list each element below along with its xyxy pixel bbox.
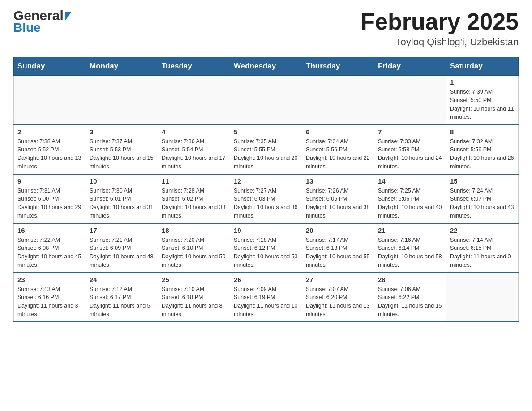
calendar-cell: 10Sunrise: 7:30 AM Sunset: 6:01 PM Dayli… xyxy=(86,174,158,223)
day-header-sunday: Sunday xyxy=(14,57,86,76)
day-number: 19 xyxy=(234,227,298,234)
calendar-cell: 5Sunrise: 7:35 AM Sunset: 5:55 PM Daylig… xyxy=(230,125,302,174)
calendar-cell: 28Sunrise: 7:06 AM Sunset: 6:22 PM Dayli… xyxy=(374,273,446,322)
day-number: 11 xyxy=(162,177,226,185)
day-number: 14 xyxy=(378,177,442,185)
calendar-week-2: 2Sunrise: 7:38 AM Sunset: 5:52 PM Daylig… xyxy=(14,125,519,174)
calendar-cell: 23Sunrise: 7:13 AM Sunset: 6:16 PM Dayli… xyxy=(14,273,86,322)
page-header: General Blue February 2025 Toyloq Qishlo… xyxy=(13,9,519,48)
day-number: 7 xyxy=(378,128,442,136)
day-info: Sunrise: 7:30 AM Sunset: 6:01 PM Dayligh… xyxy=(90,187,154,220)
calendar-cell: 22Sunrise: 7:14 AM Sunset: 6:15 PM Dayli… xyxy=(446,223,519,273)
day-info: Sunrise: 7:20 AM Sunset: 6:10 PM Dayligh… xyxy=(162,236,226,270)
day-info: Sunrise: 7:26 AM Sunset: 6:05 PM Dayligh… xyxy=(306,187,370,220)
day-number: 1 xyxy=(450,78,515,86)
day-number: 24 xyxy=(90,276,154,283)
calendar-cell: 18Sunrise: 7:20 AM Sunset: 6:10 PM Dayli… xyxy=(158,223,230,273)
day-number: 5 xyxy=(234,128,298,136)
day-header-monday: Monday xyxy=(86,57,158,76)
calendar-week-3: 9Sunrise: 7:31 AM Sunset: 6:00 PM Daylig… xyxy=(14,174,519,223)
day-number: 20 xyxy=(306,227,370,234)
calendar-cell: 2Sunrise: 7:38 AM Sunset: 5:52 PM Daylig… xyxy=(14,125,86,174)
day-info: Sunrise: 7:37 AM Sunset: 5:53 PM Dayligh… xyxy=(90,137,154,171)
day-number: 4 xyxy=(162,128,226,136)
day-number: 13 xyxy=(306,177,370,185)
calendar-cell: 12Sunrise: 7:27 AM Sunset: 6:03 PM Dayli… xyxy=(230,174,302,223)
day-number: 23 xyxy=(17,276,82,283)
day-info: Sunrise: 7:16 AM Sunset: 6:14 PM Dayligh… xyxy=(378,236,442,270)
calendar-cell: 16Sunrise: 7:22 AM Sunset: 6:08 PM Dayli… xyxy=(14,223,86,273)
day-info: Sunrise: 7:18 AM Sunset: 6:12 PM Dayligh… xyxy=(234,236,298,270)
day-number: 28 xyxy=(378,276,442,283)
calendar-body: 1Sunrise: 7:39 AM Sunset: 5:50 PM Daylig… xyxy=(14,76,519,322)
day-header-friday: Friday xyxy=(374,57,446,76)
calendar-cell: 6Sunrise: 7:34 AM Sunset: 5:56 PM Daylig… xyxy=(302,125,374,174)
day-number: 18 xyxy=(162,227,226,234)
day-info: Sunrise: 7:31 AM Sunset: 6:00 PM Dayligh… xyxy=(17,187,82,220)
page-subtitle: Toyloq Qishlog'i, Uzbekistan xyxy=(360,36,519,48)
day-header-wednesday: Wednesday xyxy=(230,57,302,76)
day-info: Sunrise: 7:17 AM Sunset: 6:13 PM Dayligh… xyxy=(306,236,370,270)
calendar-week-1: 1Sunrise: 7:39 AM Sunset: 5:50 PM Daylig… xyxy=(14,76,519,125)
logo: General Blue xyxy=(13,9,71,34)
calendar-cell: 3Sunrise: 7:37 AM Sunset: 5:53 PM Daylig… xyxy=(86,125,158,174)
calendar-cell: 15Sunrise: 7:24 AM Sunset: 6:07 PM Dayli… xyxy=(446,174,519,223)
day-info: Sunrise: 7:22 AM Sunset: 6:08 PM Dayligh… xyxy=(17,236,82,270)
day-info: Sunrise: 7:06 AM Sunset: 6:22 PM Dayligh… xyxy=(378,285,442,319)
calendar-cell: 26Sunrise: 7:09 AM Sunset: 6:19 PM Dayli… xyxy=(230,273,302,322)
day-number: 17 xyxy=(90,227,154,234)
day-info: Sunrise: 7:34 AM Sunset: 5:56 PM Dayligh… xyxy=(306,137,370,171)
logo-blue-text: Blue xyxy=(13,21,41,34)
calendar-cell: 9Sunrise: 7:31 AM Sunset: 6:00 PM Daylig… xyxy=(14,174,86,223)
day-number: 15 xyxy=(450,177,515,185)
day-header-thursday: Thursday xyxy=(302,57,374,76)
day-info: Sunrise: 7:25 AM Sunset: 6:06 PM Dayligh… xyxy=(378,187,442,220)
calendar-cell: 4Sunrise: 7:36 AM Sunset: 5:54 PM Daylig… xyxy=(158,125,230,174)
calendar-cell: 20Sunrise: 7:17 AM Sunset: 6:13 PM Dayli… xyxy=(302,223,374,273)
day-info: Sunrise: 7:13 AM Sunset: 6:16 PM Dayligh… xyxy=(17,285,82,319)
day-info: Sunrise: 7:32 AM Sunset: 5:59 PM Dayligh… xyxy=(450,137,515,171)
day-info: Sunrise: 7:27 AM Sunset: 6:03 PM Dayligh… xyxy=(234,187,298,220)
calendar-week-4: 16Sunrise: 7:22 AM Sunset: 6:08 PM Dayli… xyxy=(14,223,519,273)
calendar-table: SundayMondayTuesdayWednesdayThursdayFrid… xyxy=(13,57,519,322)
day-info: Sunrise: 7:07 AM Sunset: 6:20 PM Dayligh… xyxy=(306,285,370,319)
day-number: 2 xyxy=(17,128,82,136)
day-number: 21 xyxy=(378,227,442,234)
logo-arrow-icon xyxy=(65,12,71,21)
day-number: 27 xyxy=(306,276,370,283)
day-info: Sunrise: 7:14 AM Sunset: 6:15 PM Dayligh… xyxy=(450,236,515,270)
day-info: Sunrise: 7:12 AM Sunset: 6:17 PM Dayligh… xyxy=(90,285,154,319)
day-number: 6 xyxy=(306,128,370,136)
day-info: Sunrise: 7:36 AM Sunset: 5:54 PM Dayligh… xyxy=(162,137,226,171)
calendar-header: SundayMondayTuesdayWednesdayThursdayFrid… xyxy=(14,57,519,76)
calendar-cell: 17Sunrise: 7:21 AM Sunset: 6:09 PM Dayli… xyxy=(86,223,158,273)
day-number: 3 xyxy=(90,128,154,136)
calendar-week-5: 23Sunrise: 7:13 AM Sunset: 6:16 PM Dayli… xyxy=(14,273,519,322)
day-info: Sunrise: 7:28 AM Sunset: 6:02 PM Dayligh… xyxy=(162,187,226,220)
day-info: Sunrise: 7:33 AM Sunset: 5:58 PM Dayligh… xyxy=(378,137,442,171)
title-block: February 2025 Toyloq Qishlog'i, Uzbekist… xyxy=(360,9,519,48)
day-number: 8 xyxy=(450,128,515,136)
calendar-cell: 11Sunrise: 7:28 AM Sunset: 6:02 PM Dayli… xyxy=(158,174,230,223)
calendar-cell: 7Sunrise: 7:33 AM Sunset: 5:58 PM Daylig… xyxy=(374,125,446,174)
day-number: 10 xyxy=(90,177,154,185)
day-info: Sunrise: 7:09 AM Sunset: 6:19 PM Dayligh… xyxy=(234,285,298,319)
calendar-cell xyxy=(374,76,446,125)
day-number: 25 xyxy=(162,276,226,283)
calendar-cell xyxy=(230,76,302,125)
calendar-cell: 13Sunrise: 7:26 AM Sunset: 6:05 PM Dayli… xyxy=(302,174,374,223)
calendar-cell: 19Sunrise: 7:18 AM Sunset: 6:12 PM Dayli… xyxy=(230,223,302,273)
page-title: February 2025 xyxy=(360,9,519,34)
day-info: Sunrise: 7:24 AM Sunset: 6:07 PM Dayligh… xyxy=(450,187,515,220)
day-number: 22 xyxy=(450,227,515,234)
calendar-cell: 8Sunrise: 7:32 AM Sunset: 5:59 PM Daylig… xyxy=(446,125,519,174)
day-header-saturday: Saturday xyxy=(446,57,519,76)
day-number: 26 xyxy=(234,276,298,283)
calendar-cell: 27Sunrise: 7:07 AM Sunset: 6:20 PM Dayli… xyxy=(302,273,374,322)
calendar-cell: 25Sunrise: 7:10 AM Sunset: 6:18 PM Dayli… xyxy=(158,273,230,322)
calendar-cell: 21Sunrise: 7:16 AM Sunset: 6:14 PM Dayli… xyxy=(374,223,446,273)
day-info: Sunrise: 7:39 AM Sunset: 5:50 PM Dayligh… xyxy=(450,88,515,121)
day-info: Sunrise: 7:35 AM Sunset: 5:55 PM Dayligh… xyxy=(234,137,298,171)
day-number: 9 xyxy=(17,177,82,185)
calendar-cell xyxy=(86,76,158,125)
